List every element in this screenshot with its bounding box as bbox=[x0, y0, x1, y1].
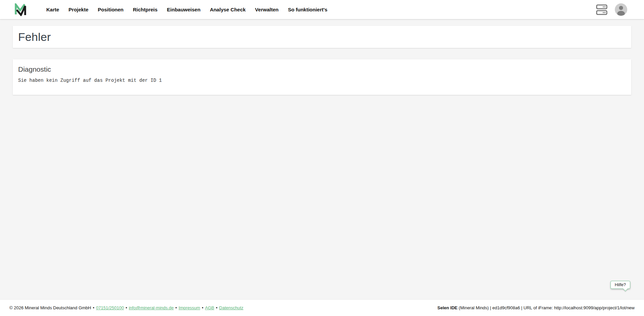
footer-separator: • bbox=[125, 305, 127, 310]
diagnostic-heading: Diagnostic bbox=[18, 65, 626, 73]
diagnostic-message: Sie haben kein Zugriff auf das Projekt m… bbox=[18, 78, 626, 83]
error-title-card: Fehler bbox=[13, 26, 631, 48]
nav-item-analyse-check[interactable]: Analyse Check bbox=[210, 7, 246, 12]
main-content: Fehler Diagnostic Sie haben kein Zugriff… bbox=[0, 19, 644, 299]
footer-link-agb[interactable]: AGB bbox=[205, 305, 214, 310]
footer-link-email[interactable]: info@mineral-minds.de bbox=[129, 305, 174, 310]
nav-item-karte[interactable]: Karte bbox=[46, 7, 59, 12]
page-title: Fehler bbox=[18, 30, 51, 44]
user-avatar-button[interactable] bbox=[615, 3, 627, 16]
footer-separator: • bbox=[93, 305, 95, 310]
user-avatar-icon bbox=[615, 3, 627, 16]
nav-item-positionen[interactable]: Positionen bbox=[98, 7, 124, 12]
nav-item-so-funktionierts[interactable]: So funktioniert's bbox=[288, 7, 327, 12]
footer-left: © 2026 Mineral Minds Deutschland GmbH • … bbox=[9, 305, 244, 310]
help-button-label: Hilfe? bbox=[615, 282, 626, 287]
diagnostic-card: Diagnostic Sie haben kein Zugriff auf da… bbox=[13, 59, 631, 95]
copyright-text: © 2026 Mineral Minds Deutschland GmbH bbox=[9, 305, 91, 310]
mineral-minds-logo-icon bbox=[15, 3, 26, 16]
mineral-minds-logo[interactable] bbox=[15, 3, 26, 16]
server-stack-icon bbox=[596, 4, 607, 15]
footer-separator: • bbox=[175, 305, 177, 310]
server-stack-button[interactable] bbox=[596, 4, 607, 15]
ide-name: Selen IDE bbox=[437, 305, 458, 310]
footer-separator: • bbox=[216, 305, 218, 310]
nav-item-projekte[interactable]: Projekte bbox=[68, 7, 88, 12]
top-navbar: Karte Projekte Positionen Richtpreis Ein… bbox=[0, 0, 644, 19]
main-navigation: Karte Projekte Positionen Richtpreis Ein… bbox=[46, 7, 327, 12]
nav-item-einbauweisen[interactable]: Einbauweisen bbox=[167, 7, 201, 12]
footer-separator: • bbox=[202, 305, 204, 310]
help-button[interactable]: Hilfe? bbox=[610, 281, 630, 289]
nav-item-richtpreis[interactable]: Richtpreis bbox=[133, 7, 157, 12]
footer: © 2026 Mineral Minds Deutschland GmbH • … bbox=[0, 299, 644, 316]
footer-link-impressum[interactable]: Impressum bbox=[178, 305, 200, 310]
footer-link-phone[interactable]: 07151/250100 bbox=[96, 305, 124, 310]
footer-right: Selen IDE (Mineral Minds) | ed1d9cf908a6… bbox=[437, 305, 635, 310]
nav-item-verwalten[interactable]: Verwalten bbox=[255, 7, 278, 12]
footer-link-datenschutz[interactable]: Datenschutz bbox=[219, 305, 243, 310]
ide-detail: (Mineral Minds) | ed1d9cf908a6 | URL of … bbox=[458, 305, 635, 310]
